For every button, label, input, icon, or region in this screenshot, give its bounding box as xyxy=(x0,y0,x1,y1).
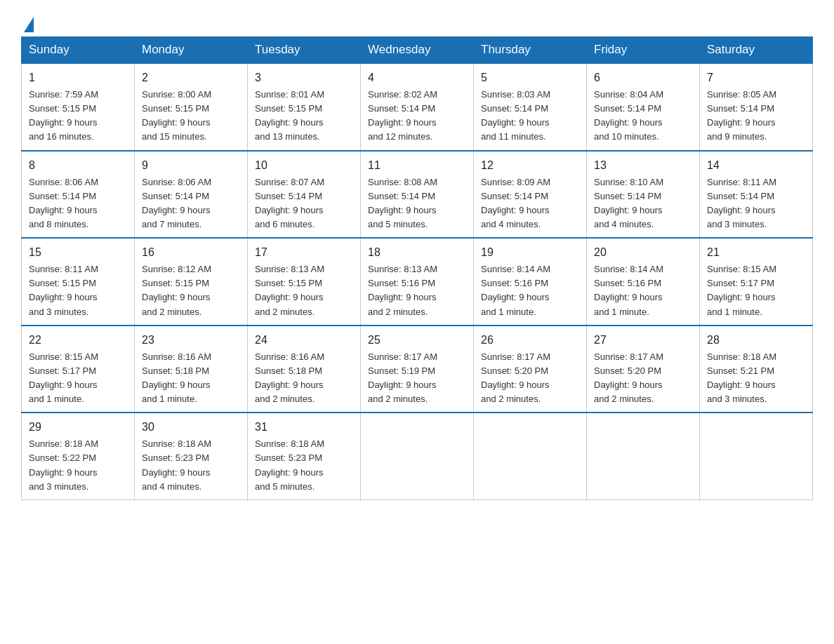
day-number: 7 xyxy=(707,69,805,86)
calendar-header-row: SundayMondayTuesdayWednesdayThursdayFrid… xyxy=(22,37,813,64)
day-info: Sunrise: 8:17 AMSunset: 5:19 PMDaylight:… xyxy=(368,351,437,404)
calendar-cell: 1 Sunrise: 7:59 AMSunset: 5:15 PMDayligh… xyxy=(22,63,135,151)
day-info: Sunrise: 8:11 AMSunset: 5:15 PMDaylight:… xyxy=(29,264,98,316)
day-info: Sunrise: 8:13 AMSunset: 5:16 PMDaylight:… xyxy=(368,264,437,316)
day-info: Sunrise: 8:14 AMSunset: 5:16 PMDaylight:… xyxy=(481,264,550,316)
day-info: Sunrise: 8:04 AMSunset: 5:14 PMDaylight:… xyxy=(594,89,663,142)
calendar-cell: 16 Sunrise: 8:12 AMSunset: 5:15 PMDaylig… xyxy=(135,238,248,326)
day-number: 11 xyxy=(368,157,466,174)
calendar-cell: 26 Sunrise: 8:17 AMSunset: 5:20 PMDaylig… xyxy=(474,326,587,413)
day-number: 10 xyxy=(255,157,353,174)
calendar-cell: 7 Sunrise: 8:05 AMSunset: 5:14 PMDayligh… xyxy=(700,63,813,151)
day-info: Sunrise: 8:14 AMSunset: 5:16 PMDaylight:… xyxy=(594,264,663,316)
calendar-cell xyxy=(474,412,587,499)
day-number: 12 xyxy=(481,157,579,174)
calendar-cell: 21 Sunrise: 8:15 AMSunset: 5:17 PMDaylig… xyxy=(700,238,813,326)
day-info: Sunrise: 8:18 AMSunset: 5:22 PMDaylight:… xyxy=(29,438,98,491)
day-number: 21 xyxy=(707,244,805,261)
calendar-cell: 6 Sunrise: 8:04 AMSunset: 5:14 PMDayligh… xyxy=(587,63,700,151)
day-info: Sunrise: 8:06 AMSunset: 5:14 PMDaylight:… xyxy=(29,177,98,229)
calendar-cell: 23 Sunrise: 8:16 AMSunset: 5:18 PMDaylig… xyxy=(135,326,248,413)
calendar-cell: 20 Sunrise: 8:14 AMSunset: 5:16 PMDaylig… xyxy=(587,238,700,326)
day-number: 23 xyxy=(142,332,240,349)
day-info: Sunrise: 8:17 AMSunset: 5:20 PMDaylight:… xyxy=(594,351,663,404)
column-header-wednesday: Wednesday xyxy=(361,37,474,64)
day-info: Sunrise: 8:16 AMSunset: 5:18 PMDaylight:… xyxy=(255,351,324,404)
day-info: Sunrise: 7:59 AMSunset: 5:15 PMDaylight:… xyxy=(29,89,98,142)
day-info: Sunrise: 8:09 AMSunset: 5:14 PMDaylight:… xyxy=(481,177,550,229)
day-number: 17 xyxy=(255,244,353,261)
calendar-cell: 17 Sunrise: 8:13 AMSunset: 5:15 PMDaylig… xyxy=(248,238,361,326)
day-number: 4 xyxy=(368,69,466,86)
calendar-cell: 14 Sunrise: 8:11 AMSunset: 5:14 PMDaylig… xyxy=(700,151,813,239)
logo-triangle-icon xyxy=(24,17,34,32)
day-number: 5 xyxy=(481,69,579,86)
day-number: 28 xyxy=(707,332,805,349)
calendar-cell: 4 Sunrise: 8:02 AMSunset: 5:14 PMDayligh… xyxy=(361,63,474,151)
calendar-cell: 27 Sunrise: 8:17 AMSunset: 5:20 PMDaylig… xyxy=(587,326,700,413)
day-number: 19 xyxy=(481,244,579,261)
column-header-saturday: Saturday xyxy=(700,37,813,64)
day-info: Sunrise: 8:05 AMSunset: 5:14 PMDaylight:… xyxy=(707,89,776,142)
day-number: 18 xyxy=(368,244,466,261)
day-number: 3 xyxy=(255,69,353,86)
calendar-cell: 31 Sunrise: 8:18 AMSunset: 5:23 PMDaylig… xyxy=(248,412,361,499)
day-number: 16 xyxy=(142,244,240,261)
day-info: Sunrise: 8:13 AMSunset: 5:15 PMDaylight:… xyxy=(255,264,324,316)
calendar-cell: 3 Sunrise: 8:01 AMSunset: 5:15 PMDayligh… xyxy=(248,63,361,151)
day-info: Sunrise: 8:15 AMSunset: 5:17 PMDaylight:… xyxy=(707,264,776,316)
calendar-cell: 29 Sunrise: 8:18 AMSunset: 5:22 PMDaylig… xyxy=(22,412,135,499)
calendar-cell xyxy=(361,412,474,499)
page-header xyxy=(21,14,813,29)
day-info: Sunrise: 8:02 AMSunset: 5:14 PMDaylight:… xyxy=(368,89,437,142)
calendar-table: SundayMondayTuesdayWednesdayThursdayFrid… xyxy=(21,36,813,500)
calendar-cell: 9 Sunrise: 8:06 AMSunset: 5:14 PMDayligh… xyxy=(135,151,248,239)
day-info: Sunrise: 8:03 AMSunset: 5:14 PMDaylight:… xyxy=(481,89,550,142)
day-info: Sunrise: 8:18 AMSunset: 5:23 PMDaylight:… xyxy=(255,438,324,491)
calendar-cell: 30 Sunrise: 8:18 AMSunset: 5:23 PMDaylig… xyxy=(135,412,248,499)
day-info: Sunrise: 8:01 AMSunset: 5:15 PMDaylight:… xyxy=(255,89,324,142)
calendar-week-row: 22 Sunrise: 8:15 AMSunset: 5:17 PMDaylig… xyxy=(22,326,813,413)
calendar-cell: 18 Sunrise: 8:13 AMSunset: 5:16 PMDaylig… xyxy=(361,238,474,326)
calendar-cell: 24 Sunrise: 8:16 AMSunset: 5:18 PMDaylig… xyxy=(248,326,361,413)
day-number: 27 xyxy=(594,332,692,349)
calendar-cell: 2 Sunrise: 8:00 AMSunset: 5:15 PMDayligh… xyxy=(135,63,248,151)
day-number: 15 xyxy=(29,244,127,261)
calendar-cell: 25 Sunrise: 8:17 AMSunset: 5:19 PMDaylig… xyxy=(361,326,474,413)
day-info: Sunrise: 8:18 AMSunset: 5:23 PMDaylight:… xyxy=(142,438,211,491)
day-info: Sunrise: 8:18 AMSunset: 5:21 PMDaylight:… xyxy=(707,351,776,404)
calendar-cell: 13 Sunrise: 8:10 AMSunset: 5:14 PMDaylig… xyxy=(587,151,700,239)
calendar-week-row: 1 Sunrise: 7:59 AMSunset: 5:15 PMDayligh… xyxy=(22,63,813,151)
day-info: Sunrise: 8:12 AMSunset: 5:15 PMDaylight:… xyxy=(142,264,211,316)
calendar-cell: 12 Sunrise: 8:09 AMSunset: 5:14 PMDaylig… xyxy=(474,151,587,239)
column-header-tuesday: Tuesday xyxy=(248,37,361,64)
day-info: Sunrise: 8:00 AMSunset: 5:15 PMDaylight:… xyxy=(142,89,211,142)
day-number: 14 xyxy=(707,157,805,174)
day-number: 9 xyxy=(142,157,240,174)
calendar-cell: 22 Sunrise: 8:15 AMSunset: 5:17 PMDaylig… xyxy=(22,326,135,413)
calendar-cell: 19 Sunrise: 8:14 AMSunset: 5:16 PMDaylig… xyxy=(474,238,587,326)
day-number: 26 xyxy=(481,332,579,349)
day-number: 2 xyxy=(142,69,240,86)
column-header-thursday: Thursday xyxy=(474,37,587,64)
day-number: 29 xyxy=(29,419,127,436)
day-info: Sunrise: 8:10 AMSunset: 5:14 PMDaylight:… xyxy=(594,177,663,229)
day-info: Sunrise: 8:11 AMSunset: 5:14 PMDaylight:… xyxy=(707,177,776,229)
calendar-cell: 15 Sunrise: 8:11 AMSunset: 5:15 PMDaylig… xyxy=(22,238,135,326)
calendar-cell xyxy=(587,412,700,499)
day-info: Sunrise: 8:16 AMSunset: 5:18 PMDaylight:… xyxy=(142,351,211,404)
calendar-week-row: 15 Sunrise: 8:11 AMSunset: 5:15 PMDaylig… xyxy=(22,238,813,326)
day-number: 20 xyxy=(594,244,692,261)
day-number: 8 xyxy=(29,157,127,174)
day-info: Sunrise: 8:07 AMSunset: 5:14 PMDaylight:… xyxy=(255,177,324,229)
calendar-week-row: 29 Sunrise: 8:18 AMSunset: 5:22 PMDaylig… xyxy=(22,412,813,499)
day-info: Sunrise: 8:15 AMSunset: 5:17 PMDaylight:… xyxy=(29,351,98,404)
day-number: 25 xyxy=(368,332,466,349)
column-header-sunday: Sunday xyxy=(22,37,135,64)
day-number: 30 xyxy=(142,419,240,436)
day-number: 31 xyxy=(255,419,353,436)
column-header-monday: Monday xyxy=(135,37,248,64)
calendar-cell: 28 Sunrise: 8:18 AMSunset: 5:21 PMDaylig… xyxy=(700,326,813,413)
day-number: 24 xyxy=(255,332,353,349)
day-info: Sunrise: 8:08 AMSunset: 5:14 PMDaylight:… xyxy=(368,177,437,229)
